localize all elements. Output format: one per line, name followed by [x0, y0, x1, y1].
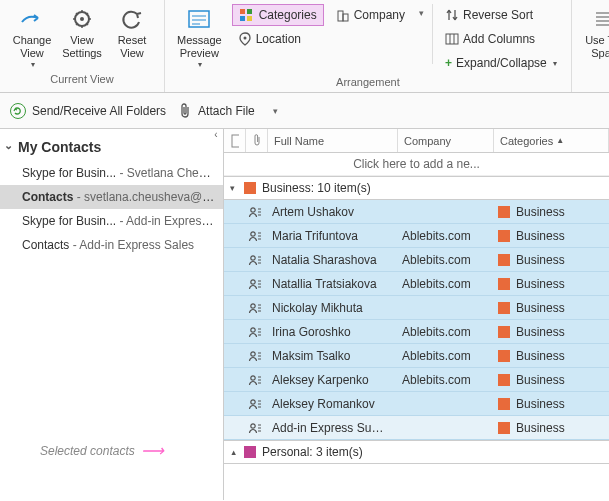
company-button[interactable]: Company [330, 4, 411, 26]
svg-point-37 [251, 303, 255, 307]
category-color-icon [498, 422, 510, 434]
contact-row[interactable]: Aleksey RomankovBusiness [224, 392, 609, 416]
contact-name: Nickolay Mikhuta [266, 301, 396, 315]
categories-button[interactable]: Categories [232, 4, 324, 26]
col-icon-attachment[interactable] [246, 129, 268, 152]
message-preview-icon [184, 6, 214, 32]
contact-category: Business [492, 301, 609, 315]
contact-row[interactable]: Maria TrifuntovaAblebits.comBusiness [224, 224, 609, 248]
nav-header-my-contacts[interactable]: My Contacts [0, 135, 223, 161]
chevron-down-icon: ▾ [198, 60, 202, 69]
contact-row[interactable]: Add-in Express Suppor...Business [224, 416, 609, 440]
reverse-sort-icon [445, 8, 459, 22]
contact-category: Business [492, 229, 609, 243]
attach-file-label: Attach File [198, 104, 255, 118]
location-label: Location [256, 32, 301, 46]
contact-row[interactable]: Maksim TsalkoAblebits.comBusiness [224, 344, 609, 368]
arrangement-expand-button[interactable]: ▾ [417, 4, 426, 22]
category-color-icon [498, 374, 510, 386]
col-company[interactable]: Company [398, 129, 494, 152]
svg-rect-7 [247, 9, 252, 14]
svg-rect-2 [189, 11, 209, 27]
group-current-view: ChangeView ▾ ViewSettings ResetView Curr… [0, 0, 165, 92]
message-preview-button[interactable]: MessagePreview ▾ [173, 4, 226, 71]
contact-category: Business [492, 397, 609, 411]
contact-category: Business [492, 421, 609, 435]
svg-rect-8 [240, 16, 245, 21]
svg-point-10 [243, 37, 246, 40]
location-icon [238, 32, 252, 46]
contact-list: Full Name Company Categories ▲ Click her… [224, 129, 609, 500]
chevron-down-icon: ▾ [553, 59, 557, 68]
categories-icon [239, 8, 255, 22]
nav-item-contacts2[interactable]: Contacts - Add-in Express Sales [0, 233, 223, 257]
contact-row[interactable]: Artem UshakovBusiness [224, 200, 609, 224]
col-categories[interactable]: Categories ▲ [494, 129, 609, 152]
contact-category: Business [492, 253, 609, 267]
chevron-down-icon: ▾ [31, 60, 35, 69]
reset-view-icon [117, 6, 147, 32]
company-icon [336, 8, 350, 22]
group-label-arrangement: Arrangement [336, 74, 400, 90]
contact-row[interactable]: Natalia SharashovaAblebits.comBusiness [224, 248, 609, 272]
nav-item-contacts1[interactable]: Contacts - svetlana.cheusheva@a... [0, 185, 223, 209]
svg-point-49 [251, 375, 255, 379]
collapse-icon: ▸ [228, 450, 238, 455]
contact-company: Ablebits.com [396, 277, 492, 291]
view-settings-button[interactable]: ViewSettings [58, 4, 106, 62]
contact-icon [244, 326, 266, 338]
expand-collapse-label: Expand/Collapse [456, 56, 547, 70]
new-contact-row[interactable]: Click here to add a ne... [224, 153, 609, 176]
group-header-business[interactable]: ▾ Business: 10 item(s) [224, 176, 609, 200]
expand-collapse-icon: + [445, 56, 452, 70]
group-personal-label: Personal: 3 item(s) [262, 445, 363, 459]
reverse-sort-button[interactable]: Reverse Sort [439, 4, 563, 26]
svg-point-57 [251, 423, 255, 427]
contact-icon [244, 230, 266, 242]
use-tighter-button[interactable]: Use TigSpac [580, 4, 609, 62]
contact-name: Aleksey Karpenko [266, 373, 396, 387]
use-tighter-label: Use TigSpac [585, 34, 609, 60]
category-color-icon [498, 398, 510, 410]
svg-rect-20 [232, 135, 239, 147]
change-view-label: ChangeView [13, 34, 52, 60]
contact-category: Business [492, 205, 609, 219]
category-color-icon [244, 446, 256, 458]
attach-file-button[interactable]: Attach File [178, 103, 255, 119]
contact-row[interactable]: Natallia TratsiakovaAblebits.comBusiness [224, 272, 609, 296]
contact-icon [244, 374, 266, 386]
change-view-button[interactable]: ChangeView ▾ [8, 4, 56, 71]
contact-row[interactable]: Irina GoroshkoAblebits.comBusiness [224, 320, 609, 344]
view-settings-label: ViewSettings [62, 34, 102, 60]
send-receive-icon [10, 103, 26, 119]
group-header-personal[interactable]: ▸ Personal: 3 item(s) [224, 440, 609, 464]
col-fullname[interactable]: Full Name [268, 129, 398, 152]
contact-company: Ablebits.com [396, 229, 492, 243]
svg-point-45 [251, 351, 255, 355]
categories-label: Categories [259, 8, 317, 22]
expand-collapse-button[interactable]: + Expand/Collapse ▾ [439, 52, 563, 74]
send-receive-label: Send/Receive All Folders [32, 104, 166, 118]
category-color-icon [498, 254, 510, 266]
group-label-empty [602, 70, 605, 86]
quick-toolbar: Send/Receive All Folders Attach File ▾ [0, 93, 609, 129]
add-columns-label: Add Columns [463, 32, 535, 46]
add-columns-button[interactable]: Add Columns [439, 28, 563, 50]
contact-category: Business [492, 277, 609, 291]
send-receive-button[interactable]: Send/Receive All Folders [10, 103, 166, 119]
nav-item-skype2[interactable]: Skype for Busin... - Add-in Express... [0, 209, 223, 233]
svg-rect-11 [338, 11, 343, 21]
change-view-icon [17, 6, 47, 32]
callout-text: Selected contacts [40, 444, 135, 458]
category-color-icon [498, 326, 510, 338]
toolbar-more-button[interactable]: ▾ [267, 106, 284, 116]
contact-row[interactable]: Nickolay MikhutaBusiness [224, 296, 609, 320]
svg-rect-12 [343, 14, 348, 21]
nav-item-skype1[interactable]: Skype for Busin... - Svetlana Cheus... [0, 161, 223, 185]
paperclip-icon [178, 103, 192, 119]
col-icon-type[interactable] [224, 129, 246, 152]
category-color-icon [498, 278, 510, 290]
contact-row[interactable]: Aleksey KarpenkoAblebits.comBusiness [224, 368, 609, 392]
location-button[interactable]: Location [232, 28, 324, 50]
reset-view-button[interactable]: ResetView [108, 4, 156, 62]
